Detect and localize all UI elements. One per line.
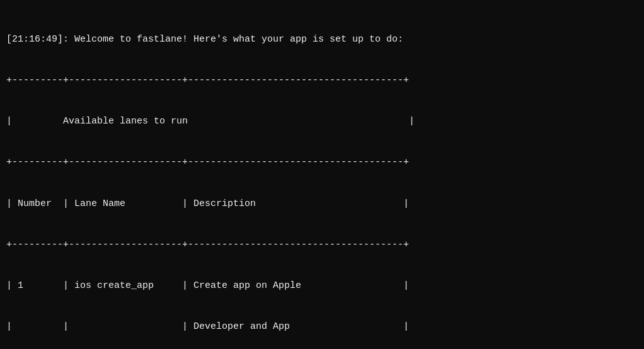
col-headers: | Number | Lane Name | Description | (6, 197, 638, 211)
terminal-output: [21:16:49]: Welcome to fastlane! Here's … (6, 5, 638, 349)
top-border: +---------+--------------------+--------… (6, 74, 638, 88)
header-border: +---------+--------------------+--------… (6, 156, 638, 169)
row-1-line-1: | 1 | ios create_app | Create app on App… (6, 279, 638, 293)
title-row: | Available lanes to run | (6, 115, 638, 129)
col-border: +---------+--------------------+--------… (6, 238, 638, 252)
row-1-line-2: | | | Developer and App | (6, 320, 638, 334)
header-line: [21:16:49]: Welcome to fastlane! Here's … (6, 33, 638, 47)
